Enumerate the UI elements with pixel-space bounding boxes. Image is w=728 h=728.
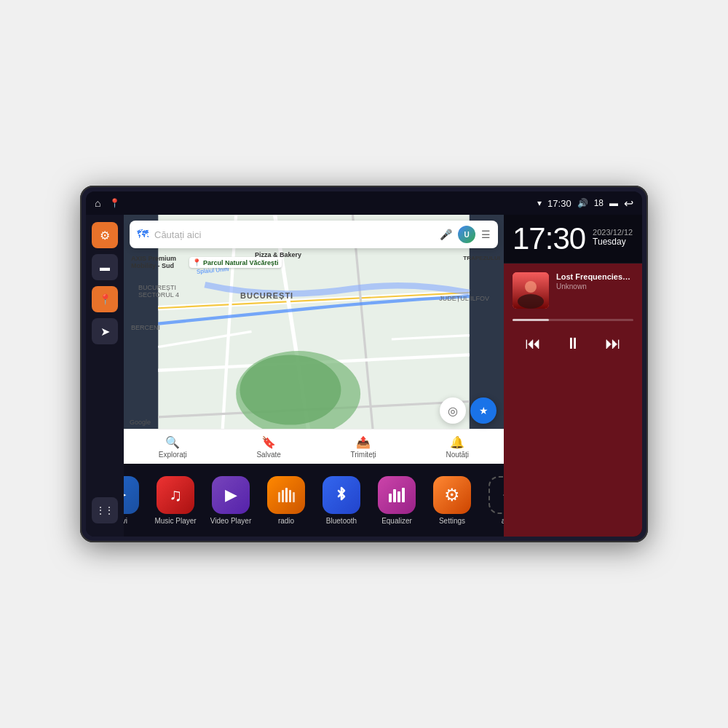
files-icon: ▬: [100, 261, 110, 273]
app-video-player[interactable]: ▶ Video Player: [206, 476, 256, 525]
right-panel: 17:30 2023/12/12 Tuesday: [504, 215, 642, 537]
battery-icon: ▬: [609, 198, 618, 208]
sidebar-files-btn[interactable]: ▬: [92, 254, 118, 280]
status-bar: ⌂ 📍 ▾ 17:30 🔊 18 ▬ ↩: [86, 191, 642, 215]
app-settings[interactable]: ⚙ Settings: [427, 476, 477, 525]
map-svg: [124, 215, 504, 464]
clock-date: 2023/12/12: [593, 223, 633, 237]
maps-google-icon: 🗺: [137, 228, 149, 241]
album-art: [513, 272, 549, 309]
settings-app-icon: ⚙: [444, 485, 460, 505]
add-label: add: [502, 517, 504, 525]
center-area: AXIS PremiumMobility - Sud Pizza & Baker…: [124, 215, 504, 537]
next-btn[interactable]: ⏭: [602, 331, 624, 356]
status-time: 17:30: [547, 198, 571, 209]
progress-bar[interactable]: [513, 319, 633, 321]
location-status-icon: 📍: [109, 198, 120, 208]
clock-area: 17:30 2023/12/12 Tuesday: [504, 215, 642, 264]
sidebar-grid-btn[interactable]: ⋮⋮: [92, 497, 118, 523]
grid-icon: ⋮⋮: [96, 505, 114, 515]
prev-btn[interactable]: ⏮: [522, 331, 544, 356]
clock-time: 17:30: [513, 223, 585, 254]
sidebar-settings-btn[interactable]: ⚙: [92, 222, 118, 248]
map-bottom-bar: 🔍 Explorați 🔖 Salvate 📤 Trimiteți �: [124, 429, 504, 464]
map-label-sector4: BUCUREȘTISECTORUL 4: [138, 284, 179, 298]
settings-label: Settings: [439, 517, 465, 525]
navi-label: Navi: [124, 517, 127, 525]
map-icon: 📍: [99, 293, 111, 305]
map-mic-icon[interactable]: 🎤: [440, 229, 452, 240]
bluetooth-label: Bluetooth: [326, 517, 357, 525]
video-icon: ▶: [225, 486, 237, 505]
video-player-label: Video Player: [210, 517, 252, 525]
map-tab-news[interactable]: 🔔 Noutăți: [446, 435, 469, 459]
app-equalizer[interactable]: Equalizer: [372, 476, 422, 525]
wifi-icon: ▾: [537, 198, 542, 208]
svg-rect-18: [393, 489, 396, 502]
news-icon: 🔔: [450, 435, 464, 449]
map-tab-saved[interactable]: 🔖 Salvate: [256, 435, 280, 459]
app-drawer: ➤ Navi ♫ Music Player ▶: [124, 464, 504, 537]
map-location-btn[interactable]: ◎: [440, 397, 466, 424]
volume-icon: 🔊: [577, 198, 588, 208]
battery-level: 18: [594, 198, 604, 208]
back-icon[interactable]: ↩: [624, 197, 633, 210]
app-add[interactable]: + add: [483, 476, 504, 525]
add-icon-box: +: [488, 476, 504, 514]
bluetooth-symbol-icon: [331, 485, 352, 505]
sidebar-nav-btn[interactable]: ➤: [92, 318, 118, 344]
music-icon: ♫: [169, 485, 182, 505]
pause-btn[interactable]: ⏸: [562, 331, 584, 356]
equalizer-label: Equalizer: [381, 517, 412, 525]
add-icon: +: [502, 485, 504, 505]
clock-day: Tuesday: [593, 237, 633, 247]
navi-icon: ➤: [124, 486, 127, 505]
map-tab-explore[interactable]: 🔍 Explorați: [159, 435, 187, 459]
app-bluetooth[interactable]: Bluetooth: [317, 476, 366, 525]
map-search-bar[interactable]: 🗺 Căutați aici 🎤 U ☰: [130, 221, 498, 248]
navi-icon-box: ➤: [124, 476, 139, 514]
app-music-player[interactable]: ♫ Music Player: [151, 476, 200, 525]
svg-point-9: [240, 355, 341, 424]
map-label-berceni: BERCENI: [131, 324, 160, 331]
svg-point-23: [525, 281, 537, 293]
equalizer-bars-icon: [387, 485, 407, 505]
video-icon-box: ▶: [212, 476, 250, 514]
svg-rect-16: [293, 492, 295, 502]
music-info: Lost Frequencies_Janie... Unknown: [556, 272, 633, 309]
svg-rect-17: [389, 494, 392, 502]
settings-icon: ⚙: [100, 229, 110, 242]
svg-point-24: [518, 294, 544, 309]
saved-icon: 🔖: [261, 435, 276, 449]
radio-icon-box: [267, 476, 305, 514]
app-navi[interactable]: ➤ Navi: [124, 476, 145, 525]
settings-icon-box: ⚙: [433, 476, 471, 514]
google-logo: Google: [130, 419, 151, 426]
svg-rect-13: [282, 490, 284, 502]
map-label-ilfov: JUDEȚUL ILFOV: [439, 295, 489, 302]
main-content: ⚙ ▬ 📍 ➤ ⋮⋮: [86, 215, 642, 537]
nav-icon: ➤: [100, 325, 110, 339]
status-right: ▾ 17:30 🔊 18 ▬ ↩: [537, 197, 633, 210]
app-radio[interactable]: radio: [261, 476, 311, 525]
svg-rect-12: [278, 492, 280, 502]
map-fab-btn[interactable]: ★: [470, 397, 496, 424]
home-icon[interactable]: ⌂: [95, 197, 100, 209]
saved-label: Salvate: [256, 451, 280, 459]
user-avatar[interactable]: U: [458, 226, 475, 243]
radio-wave-icon: [276, 485, 296, 505]
device-screen: ⌂ 📍 ▾ 17:30 🔊 18 ▬ ↩ ⚙ ▬: [86, 191, 642, 537]
map-label-park[interactable]: 📍 Parcul Natural Văcărești: [189, 257, 282, 268]
map-label-bucharest: BUCUREȘTI: [240, 291, 293, 300]
explore-icon: 🔍: [165, 435, 180, 449]
map-search-input[interactable]: Căutați aici: [154, 229, 434, 240]
news-label: Noutăți: [446, 451, 469, 459]
status-left: ⌂ 📍: [95, 197, 120, 209]
sidebar: ⚙ ▬ 📍 ➤ ⋮⋮: [86, 215, 124, 537]
map-settings-icon[interactable]: ☰: [481, 229, 491, 240]
map-label-axis: AXIS PremiumMobility - Sud: [131, 255, 176, 269]
map-container[interactable]: AXIS PremiumMobility - Sud Pizza & Baker…: [124, 215, 504, 464]
sidebar-map-btn[interactable]: 📍: [92, 286, 118, 312]
explore-label: Explorați: [159, 451, 187, 459]
map-tab-share[interactable]: 📤 Trimiteți: [351, 435, 376, 459]
